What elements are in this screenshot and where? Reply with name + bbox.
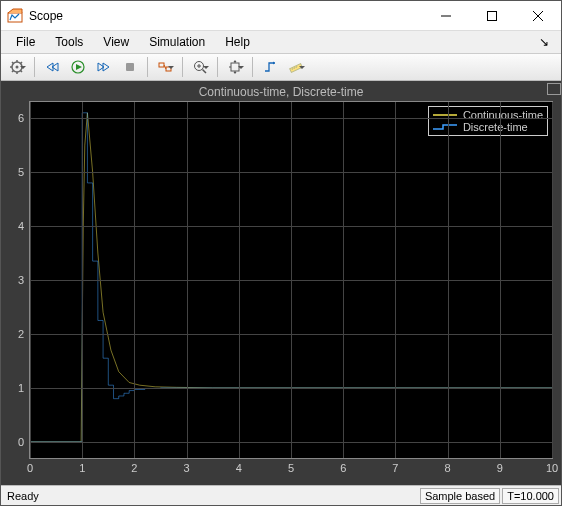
toolbar-separator [34, 57, 35, 77]
legend-row-discrete: Discrete-time [433, 121, 543, 133]
zoom-in-icon[interactable] [188, 56, 212, 78]
step-back-icon[interactable] [40, 56, 64, 78]
config-gear-icon[interactable] [5, 56, 29, 78]
svg-marker-31 [234, 72, 237, 74]
y-tick: 6 [18, 112, 30, 124]
plot-area: Continuous-time, Discrete-time Continuou… [1, 81, 561, 485]
window-controls [423, 1, 561, 31]
maximize-button[interactable] [469, 1, 515, 31]
grid-h [30, 388, 552, 389]
axes-scaling-icon[interactable] [223, 56, 247, 78]
app-icon [7, 8, 23, 24]
y-tick: 3 [18, 274, 30, 286]
minimize-button[interactable] [423, 1, 469, 31]
x-tick: 4 [236, 458, 242, 474]
axes-wrap: Continuous-time Discrete-time 0123456789… [9, 101, 553, 459]
statusbar: Ready Sample based T=10.000 [1, 485, 561, 505]
grid-v [552, 102, 553, 458]
toolbar [1, 53, 561, 81]
plot-title: Continuous-time, Discrete-time [9, 85, 553, 101]
svg-point-6 [16, 66, 19, 69]
svg-marker-30 [234, 60, 237, 62]
svg-rect-22 [159, 63, 164, 67]
titlebar: Scope [1, 1, 561, 31]
legend-label-discrete: Discrete-time [463, 121, 528, 133]
svg-rect-29 [231, 63, 239, 71]
legend[interactable]: Continuous-time Discrete-time [428, 106, 548, 136]
x-tick: 5 [288, 458, 294, 474]
highlight-signal-icon[interactable] [153, 56, 177, 78]
svg-marker-18 [76, 64, 82, 70]
close-button[interactable] [515, 1, 561, 31]
x-tick: 3 [184, 458, 190, 474]
menu-help[interactable]: Help [216, 33, 259, 51]
toolbar-separator [182, 57, 183, 77]
grid-h [30, 280, 552, 281]
x-tick: 2 [131, 458, 137, 474]
window-title: Scope [29, 9, 423, 23]
toolbar-separator [147, 57, 148, 77]
scope-window: Scope File Tools View Simulation Help ↘ [0, 0, 562, 506]
y-tick: 2 [18, 328, 30, 340]
x-tick: 1 [79, 458, 85, 474]
x-tick: 0 [27, 458, 33, 474]
svg-line-14 [21, 62, 22, 63]
grid-h [30, 442, 552, 443]
y-tick: 4 [18, 220, 30, 232]
x-axis-margin [9, 459, 553, 485]
menu-file[interactable]: File [7, 33, 44, 51]
status-ready: Ready [1, 490, 420, 502]
stop-icon[interactable] [118, 56, 142, 78]
svg-rect-21 [126, 63, 134, 71]
plot-maximize-icon[interactable] [547, 83, 561, 95]
svg-line-11 [12, 62, 13, 63]
step-forward-icon[interactable] [92, 56, 116, 78]
undock-icon[interactable]: ↘ [533, 35, 555, 49]
y-tick: 1 [18, 382, 30, 394]
menubar: File Tools View Simulation Help ↘ [1, 31, 561, 53]
x-tick: 8 [445, 458, 451, 474]
grid-h [30, 334, 552, 335]
x-tick: 6 [340, 458, 346, 474]
y-tick: 5 [18, 166, 30, 178]
svg-line-13 [12, 71, 13, 72]
x-tick: 9 [497, 458, 503, 474]
menu-view[interactable]: View [94, 33, 138, 51]
grid-h [30, 226, 552, 227]
legend-label-continuous: Continuous-time [463, 109, 543, 121]
svg-rect-23 [166, 67, 171, 71]
x-tick: 7 [392, 458, 398, 474]
svg-line-26 [203, 70, 207, 74]
status-time: T=10.000 [502, 488, 559, 504]
axes[interactable]: Continuous-time Discrete-time 0123456789… [29, 101, 553, 459]
grid-h [30, 172, 552, 173]
run-icon[interactable] [66, 56, 90, 78]
toolbar-separator [217, 57, 218, 77]
status-mode: Sample based [420, 488, 500, 504]
x-tick: 10 [546, 458, 558, 474]
svg-line-12 [21, 71, 22, 72]
menu-tools[interactable]: Tools [46, 33, 92, 51]
menu-simulation[interactable]: Simulation [140, 33, 214, 51]
svg-rect-2 [488, 11, 497, 20]
legend-row-continuous: Continuous-time [433, 109, 543, 121]
svg-marker-32 [273, 62, 275, 65]
grid-h [30, 118, 552, 119]
measurements-icon[interactable] [284, 56, 308, 78]
y-tick: 0 [18, 436, 30, 448]
toolbar-separator [252, 57, 253, 77]
triggers-icon[interactable] [258, 56, 282, 78]
